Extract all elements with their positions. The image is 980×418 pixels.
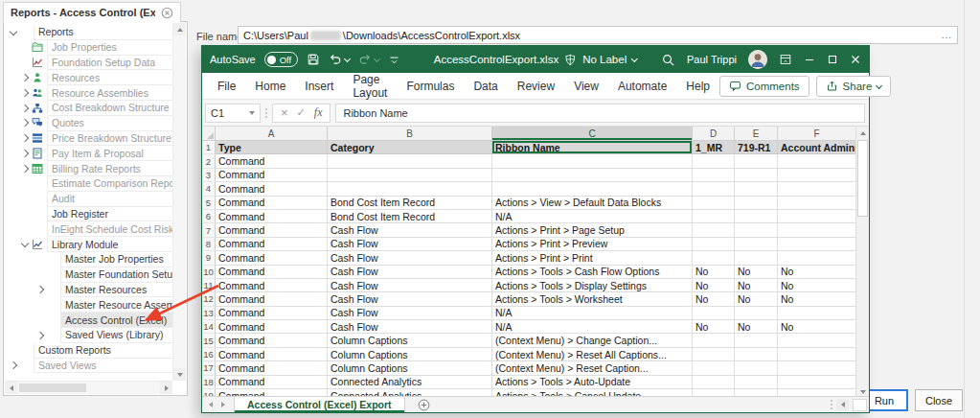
cell-C15[interactable]: (Context Menu) > Change Caption... <box>492 334 693 347</box>
ribbon-tab-help[interactable]: Help <box>676 73 719 99</box>
tree-item-custom-reports[interactable]: Custom Reports <box>5 343 172 359</box>
close-button[interactable]: Close <box>915 389 963 411</box>
chevron-right-icon[interactable] <box>21 134 29 142</box>
insert-function-icon[interactable]: fx <box>314 105 323 120</box>
cell-A3[interactable]: Command <box>216 169 328 182</box>
chevron-right-icon[interactable] <box>21 89 29 97</box>
save-icon[interactable] <box>307 53 320 66</box>
cell-A11[interactable]: Command <box>216 279 328 292</box>
cell-F2[interactable] <box>778 154 856 168</box>
scroll-right-icon[interactable] <box>160 382 172 394</box>
cell-D6[interactable] <box>693 210 735 223</box>
row-number-4[interactable]: 4 <box>202 182 216 196</box>
cell-A7[interactable]: Command <box>216 223 328 237</box>
tree-horizontal-scrollbar[interactable] <box>5 381 172 394</box>
cell-A14[interactable]: Command <box>216 320 328 334</box>
autosave-toggle[interactable]: Off <box>264 52 299 67</box>
cell-F3[interactable] <box>778 169 856 182</box>
user-name[interactable]: Paul Trippi <box>687 54 737 65</box>
cell-F16[interactable] <box>778 348 856 361</box>
column-header-F[interactable]: F <box>778 127 856 140</box>
undo-button[interactable] <box>329 53 350 66</box>
cell-D17[interactable] <box>693 361 735 375</box>
cell-D16[interactable] <box>693 348 735 361</box>
cell-C11[interactable]: Actions > Tools > Display Settings <box>492 279 693 292</box>
sheet-tab-active[interactable]: Access Control (Excel) Export <box>234 397 405 412</box>
cell-F5[interactable] <box>778 197 856 210</box>
chevron-right-icon[interactable] <box>21 119 29 127</box>
dialog-tab-close-icon[interactable] <box>161 7 173 19</box>
cell-E2[interactable] <box>735 154 778 168</box>
cell-C12[interactable]: Actions > Tools > Worksheet <box>492 292 693 306</box>
tree-item-resource-assemblies[interactable]: Resource Assemblies <box>5 85 172 101</box>
cell-A5[interactable]: Command <box>216 197 328 210</box>
scrollbar-thumb[interactable] <box>19 383 86 392</box>
cell-D9[interactable] <box>693 251 735 265</box>
scrollbar-thumb[interactable] <box>857 140 868 217</box>
ribbon-tab-view[interactable]: View <box>564 73 608 99</box>
cell-C17[interactable]: (Context Menu) > Reset Caption... <box>492 361 693 375</box>
cell-A18[interactable]: Command <box>216 376 328 389</box>
horizontal-scrollbar-thumb[interactable] <box>853 399 867 411</box>
cell-F15[interactable] <box>778 334 856 347</box>
tree-item-price-breakdown-structure[interactable]: Price Breakdown Structure <box>5 131 172 147</box>
new-sheet-icon[interactable] <box>418 399 430 411</box>
cell-A2[interactable]: Command <box>216 154 328 168</box>
cell-E15[interactable] <box>735 334 778 347</box>
cell-C2[interactable] <box>492 154 693 168</box>
cell-B2[interactable] <box>328 154 492 168</box>
sheet-vertical-scrollbar[interactable] <box>855 127 869 398</box>
tree-item-foundation-setup-data[interactable]: Foundation Setup Data <box>5 56 172 71</box>
cell-D2[interactable] <box>693 154 735 168</box>
cancel-entry-icon[interactable]: × <box>281 105 288 120</box>
row-number-2[interactable]: 2 <box>202 154 216 168</box>
cell-D10[interactable]: No <box>693 266 735 279</box>
tree-item-reports[interactable]: Reports <box>5 25 172 40</box>
cell-D15[interactable] <box>693 334 735 347</box>
cell-F14[interactable]: No <box>778 320 856 334</box>
cell-F6[interactable] <box>778 210 856 223</box>
cell-F8[interactable] <box>778 238 856 251</box>
cell-F9[interactable] <box>778 251 856 265</box>
scroll-down-icon[interactable] <box>173 368 186 381</box>
cell-A6[interactable]: Command <box>216 210 328 223</box>
cell-D13[interactable] <box>693 307 735 320</box>
minimize-icon[interactable] <box>804 54 815 65</box>
ribbon-tab-automate[interactable]: Automate <box>608 73 676 99</box>
cell-B11[interactable]: Cash Flow <box>328 279 492 292</box>
cell-B7[interactable]: Cash Flow <box>328 223 492 237</box>
previous-sheet-icon[interactable] <box>209 402 213 407</box>
cell-D4[interactable] <box>693 182 735 196</box>
cell-F7[interactable] <box>778 223 856 237</box>
tree-item-estimate-comparison-report[interactable]: Estimate Comparison Report <box>5 176 172 192</box>
row-number-15[interactable]: 15 <box>202 334 216 347</box>
sensitivity-label[interactable]: No Label <box>582 54 627 65</box>
cell-C10[interactable]: Actions > Tools > Cash Flow Options <box>492 266 693 279</box>
cell-B8[interactable]: Cash Flow <box>328 238 492 251</box>
tree-item-job-properties[interactable]: Job Properties <box>5 40 172 56</box>
cell-A13[interactable]: Command <box>216 307 328 320</box>
cell-F12[interactable]: No <box>778 292 856 306</box>
next-sheet-icon[interactable] <box>221 402 225 407</box>
cell-F4[interactable] <box>778 182 856 196</box>
cell-E17[interactable] <box>735 361 778 375</box>
cell-C7[interactable]: Actions > Print > Page Setup <box>492 223 693 237</box>
chevron-down-icon[interactable] <box>10 28 17 35</box>
ribbon-tab-home[interactable]: Home <box>245 73 295 99</box>
chevron-right-icon[interactable] <box>36 286 44 293</box>
ribbon-tab-insert[interactable]: Insert <box>295 73 343 99</box>
dialog-tab[interactable]: Reports - Access Control (Excel) <box>3 2 181 22</box>
scroll-up-icon[interactable] <box>173 23 186 35</box>
cell-E13[interactable] <box>735 307 778 320</box>
cell-E5[interactable] <box>735 197 778 210</box>
row-number-17[interactable]: 17 <box>202 361 216 375</box>
cell-F13[interactable] <box>778 307 856 320</box>
cell-A9[interactable]: Command <box>216 251 328 265</box>
row-number-8[interactable]: 8 <box>202 238 216 251</box>
cell-F1[interactable]: Account Administr <box>778 141 856 154</box>
tree-item-ineight-schedule-cost-risk-xlsx[interactable]: InEight Schedule Cost Risk (xlsx) <box>5 221 172 237</box>
cell-E7[interactable] <box>735 223 778 237</box>
cell-D12[interactable]: No <box>693 292 735 306</box>
cell-B15[interactable]: Column Captions <box>328 334 492 347</box>
cell-D3[interactable] <box>693 169 735 182</box>
